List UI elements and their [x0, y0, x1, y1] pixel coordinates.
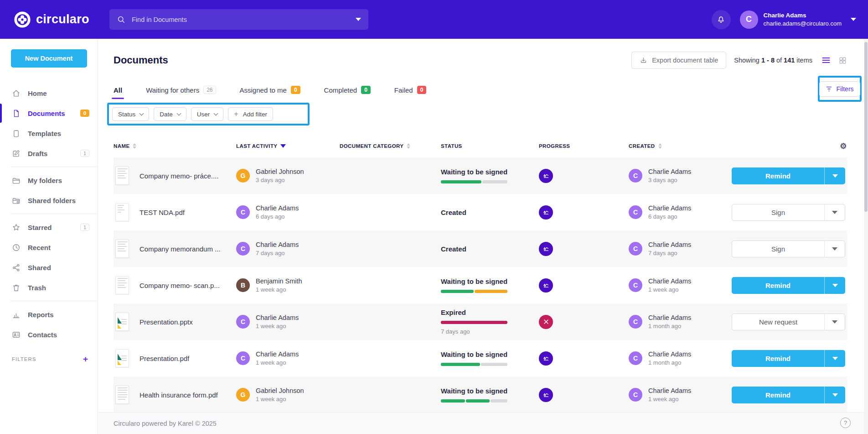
draft-icon — [12, 149, 21, 158]
scrollbar-thumb[interactable] — [864, 42, 868, 212]
sidebar-item-drafts[interactable]: Drafts1 — [0, 143, 98, 163]
filter-chip-user[interactable]: User — [191, 107, 224, 121]
user-avatar: C — [740, 10, 758, 29]
filter-chip-add-filter[interactable]: +Add filter — [228, 107, 273, 121]
remind-button-group: Remind — [732, 277, 845, 294]
user-menu[interactable]: C Charlie Adams charlie.adams@circularo.… — [740, 10, 856, 29]
global-search — [109, 9, 368, 30]
sidebar-item-label: Starred — [28, 224, 80, 231]
name-cell: Health insurance form.pdf — [114, 386, 236, 404]
action-dropdown-button[interactable] — [824, 350, 845, 367]
page-scrollbar — [864, 39, 868, 434]
chevron-down-icon — [176, 111, 181, 115]
grid-view-icon[interactable] — [838, 56, 847, 65]
document-thumbnail — [115, 313, 129, 331]
document-thumbnail — [115, 276, 129, 294]
home-icon — [12, 89, 21, 98]
action-dropdown-button[interactable] — [824, 387, 845, 403]
sidebar-item-contacts[interactable]: Contacts — [0, 324, 98, 345]
sidebar-divider — [10, 301, 98, 301]
column-header-last-activity[interactable]: LAST ACTIVITY — [236, 143, 340, 149]
sidebar-item-reports[interactable]: Reports — [0, 304, 98, 324]
caret-down-icon — [832, 211, 837, 214]
avatar: C — [629, 278, 642, 292]
sidebar-item-label: Drafts — [28, 150, 80, 157]
filter-chip-date[interactable]: Date — [154, 107, 186, 121]
signature-progress-icon — [539, 169, 553, 183]
status-cell: Waiting to be signed — [441, 277, 539, 293]
sidebar-item-home[interactable]: Home — [0, 83, 98, 103]
person-name: Charlie Adams — [256, 313, 299, 322]
column-header-name[interactable]: NAME — [114, 143, 236, 149]
table-row[interactable]: Presentation.pptxCCharlie Adams1 week ag… — [114, 303, 847, 340]
document-thumbnail — [115, 240, 129, 258]
sidebar-item-shared[interactable]: Shared — [0, 257, 98, 277]
column-header-progress[interactable]: PROGRESS — [539, 143, 629, 149]
help-button[interactable]: ? — [840, 418, 851, 428]
last-activity-cell: CCharlie Adams6 days ago — [236, 204, 340, 221]
column-settings[interactable]: ⚙ — [732, 141, 847, 151]
avatar: C — [629, 351, 642, 365]
list-view-icon[interactable] — [822, 56, 831, 64]
search-scope-caret-icon[interactable] — [356, 18, 361, 21]
sign-button[interactable]: Sign — [732, 241, 824, 257]
column-label: PROGRESS — [539, 143, 570, 149]
search-input[interactable] — [131, 16, 356, 24]
sort-desc-icon — [280, 144, 286, 148]
chevron-down-icon — [214, 111, 218, 115]
action-dropdown-button[interactable] — [824, 277, 845, 294]
remind-button[interactable]: Remind — [732, 277, 824, 294]
tab-all[interactable]: All — [114, 81, 122, 99]
table-row[interactable]: Company memo- práce....GGabriel Johnson3… — [114, 157, 847, 194]
sidebar-item-shared-folders[interactable]: Shared folders — [0, 190, 98, 210]
table-row[interactable]: Presentation.pdfCCharlie Adams1 week ago… — [114, 340, 847, 376]
name-cell: Presentation.pptx — [114, 313, 236, 331]
tab-assigned-to-me[interactable]: Assigned to me0 — [240, 81, 300, 99]
tab-waiting-for-others[interactable]: Waiting for others26 — [146, 81, 216, 99]
chevron-down-icon — [140, 111, 144, 115]
column-header-status[interactable]: STATUS — [441, 143, 539, 149]
sidebar-item-starred[interactable]: Starred1 — [0, 217, 98, 237]
document-name: Presentation.pdf — [140, 355, 189, 362]
trash-icon — [12, 283, 21, 292]
export-document-table-button[interactable]: Export document table — [631, 52, 726, 69]
sidebar-item-trash[interactable]: Trash — [0, 277, 98, 298]
table-row[interactable]: Health insurance form.pdfGGabriel Johnso… — [114, 376, 847, 413]
action-dropdown-button[interactable] — [824, 204, 845, 221]
last-activity-cell: GGabriel Johnson3 days ago — [236, 167, 340, 184]
action-dropdown-button[interactable] — [824, 241, 845, 257]
sidebar: New Document HomeDocuments0TemplatesDraf… — [0, 39, 98, 434]
tab-failed[interactable]: Failed0 — [394, 81, 427, 99]
notifications-button[interactable] — [712, 10, 731, 29]
column-label: STATUS — [441, 143, 462, 149]
new-document-button[interactable]: New Document — [11, 49, 87, 68]
status-cell: Created — [441, 209, 539, 216]
remind-button[interactable]: Remind — [732, 350, 824, 367]
table-row[interactable]: Company memorandum ...CCharlie Adams7 da… — [114, 230, 847, 267]
remind-button[interactable]: Remind — [732, 387, 824, 403]
sign-button[interactable]: Sign — [732, 204, 824, 221]
gear-icon[interactable]: ⚙ — [840, 141, 847, 151]
remind-button[interactable]: Remind — [732, 167, 824, 184]
sidebar-item-templates[interactable]: Templates — [0, 123, 98, 143]
folder-icon — [12, 176, 21, 185]
table-row[interactable]: Company memo- scan.p...BBenjamin Smith1 … — [114, 267, 847, 303]
sidebar-item-label: Recent — [28, 244, 89, 251]
tab-completed[interactable]: Completed0 — [324, 81, 371, 99]
sidebar-item-recent[interactable]: Recent — [0, 237, 98, 257]
filters-button[interactable]: Filters — [819, 81, 860, 97]
caret-down-icon — [832, 357, 838, 360]
action-dropdown-button[interactable] — [824, 167, 845, 184]
new-request-button[interactable]: New request — [732, 314, 824, 330]
tab-label: Assigned to me — [240, 86, 287, 94]
add-sidebar-filter-button[interactable]: + — [83, 355, 88, 363]
filter-chip-status[interactable]: Status — [112, 107, 149, 121]
circularo-logo[interactable]: circularo — [14, 11, 89, 28]
action-dropdown-button[interactable] — [824, 314, 845, 330]
sidebar-item-documents[interactable]: Documents0 — [0, 103, 98, 123]
column-header-created[interactable]: CREATED — [629, 143, 732, 149]
status-progress-bar — [441, 399, 507, 403]
column-header-document-category[interactable]: DOCUMENT CATEGORY — [340, 143, 441, 149]
table-row[interactable]: TEST NDA.pdfCCharlie Adams6 days agoCrea… — [114, 194, 847, 230]
sidebar-item-my-folders[interactable]: My folders — [0, 170, 98, 190]
